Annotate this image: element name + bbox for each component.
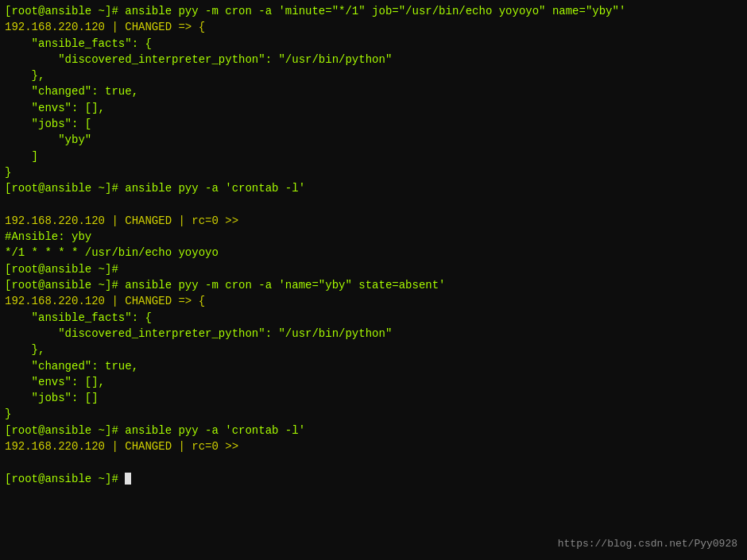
terminal-line: [root@ansible ~]# ansible pyy -m cron -a…: [5, 3, 742, 19]
terminal-line: 192.168.220.120 | CHANGED => {: [5, 19, 742, 35]
terminal-text: 192.168.220.120 |: [5, 295, 125, 307]
terminal-text: 192.168.220.120 |: [5, 21, 125, 33]
terminal-text: 192.168.220.120 |: [5, 214, 125, 227]
terminal-line: "jobs": [: [5, 116, 742, 132]
terminal-text: "discovered_interpreter_python": "/usr/b…: [5, 327, 392, 340]
terminal-content: [root@ansible ~]# ansible pyy -m cron -a…: [5, 3, 742, 487]
terminal-line: 192.168.220.120 | CHANGED => {: [5, 293, 742, 309]
terminal-line: */1 * * * * /usr/bin/echo yoyoyo: [5, 245, 742, 261]
terminal-line: [5, 454, 742, 470]
terminal-line: #Ansible: yby: [5, 229, 742, 245]
terminal-text: => {: [172, 21, 205, 33]
terminal-text: */1 * * * * /usr/bin/echo yoyoyo: [5, 246, 219, 259]
terminal-line: ]: [5, 149, 742, 164]
terminal-text: [root@ansible ~]# ansible pyy -m cron -a…: [5, 279, 446, 292]
terminal-text: "yby": [5, 133, 91, 146]
terminal-text: "ansible_facts": {: [5, 37, 152, 50]
terminal-cursor: [125, 473, 131, 485]
terminal-line: [root@ansible ~]#: [5, 471, 742, 487]
terminal-text: },: [5, 343, 45, 356]
terminal-text: "changed": true,: [5, 360, 138, 373]
terminal-line: [5, 197, 742, 213]
terminal-text: CHANGED: [125, 295, 172, 307]
terminal-text: [root@ansible ~]# ansible pyy -m cron -a…: [5, 5, 625, 17]
terminal-text: "changed": true,: [5, 85, 138, 98]
terminal-line: "yby": [5, 132, 742, 148]
terminal-line: 192.168.220.120 | CHANGED | rc=0 >>: [5, 438, 742, 454]
terminal-text: "jobs": [: [5, 118, 91, 130]
terminal-line: "ansible_facts": {: [5, 36, 742, 52]
terminal-line: [root@ansible ~]# ansible pyy -m cron -a…: [5, 277, 742, 293]
terminal-text: "jobs": []: [5, 392, 99, 404]
terminal-line: "envs": [],: [5, 374, 742, 390]
terminal-line: },: [5, 68, 742, 83]
terminal-line: "envs": [],: [5, 100, 742, 116]
terminal-text: CHANGED: [125, 440, 172, 453]
terminal-text: [root@ansible ~]# ansible pyy -a 'cronta…: [5, 182, 305, 195]
terminal-text: #Ansible: yby: [5, 230, 91, 243]
terminal-text: 192.168.220.120 |: [5, 440, 125, 453]
terminal-line: [root@ansible ~]#: [5, 261, 742, 277]
terminal-line: "discovered_interpreter_python": "/usr/b…: [5, 52, 742, 68]
terminal-text: "discovered_interpreter_python": "/usr/b…: [5, 53, 392, 66]
watermark: https://blog.csdn.net/Pyy0928: [558, 537, 737, 552]
terminal-line: },: [5, 342, 742, 357]
terminal-text: }: [5, 407, 11, 420]
terminal-text: | rc=0 >>: [172, 214, 238, 227]
terminal-text: "envs": [],: [5, 102, 105, 114]
terminal-text: => {: [172, 295, 205, 307]
terminal-text: | rc=0 >>: [172, 440, 238, 453]
terminal-line: 192.168.220.120 | CHANGED | rc=0 >>: [5, 213, 742, 229]
terminal-line: "ansible_facts": {: [5, 310, 742, 326]
terminal-text: [root@ansible ~]#: [5, 473, 125, 485]
terminal-text: }: [5, 166, 11, 179]
terminal-text: CHANGED: [125, 214, 172, 227]
terminal-line: "changed": true,: [5, 358, 742, 374]
terminal-line: [root@ansible ~]# ansible pyy -a 'cronta…: [5, 180, 742, 196]
terminal-line: "jobs": []: [5, 390, 742, 406]
terminal-text: [root@ansible ~]# ansible pyy -a 'cronta…: [5, 424, 305, 437]
terminal-line: }: [5, 164, 742, 180]
terminal-line: [root@ansible ~]# ansible pyy -a 'cronta…: [5, 423, 742, 438]
terminal-text: ]: [5, 150, 38, 163]
terminal-text: "ansible_facts": {: [5, 311, 152, 324]
terminal-line: "changed": true,: [5, 83, 742, 99]
terminal-text: [root@ansible ~]#: [5, 263, 118, 276]
terminal: [root@ansible ~]# ansible pyy -m cron -a…: [0, 0, 747, 560]
terminal-text: CHANGED: [125, 21, 172, 33]
terminal-text: },: [5, 69, 45, 82]
terminal-text: "envs": [],: [5, 376, 105, 388]
terminal-line: }: [5, 406, 742, 422]
terminal-line: "discovered_interpreter_python": "/usr/b…: [5, 326, 742, 342]
